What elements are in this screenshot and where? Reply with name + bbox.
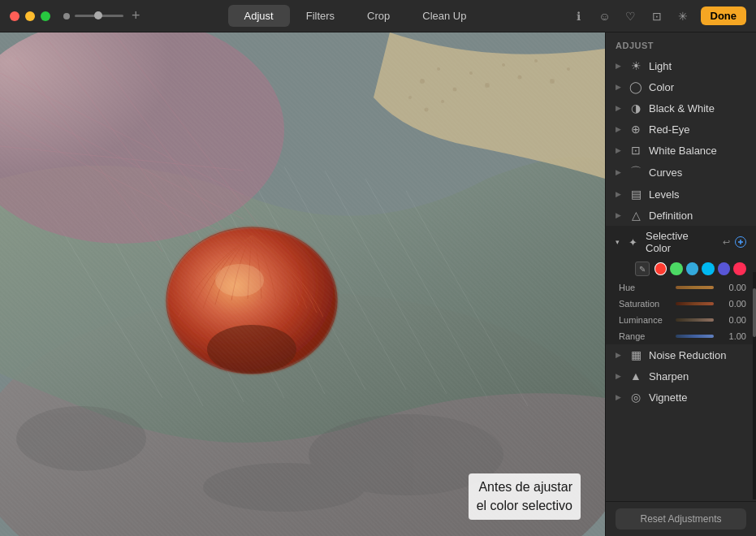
adjust-list: ▶ ☀ Light ▶ ◯ Color ▶ ◑ Black & White ▶ … <box>606 55 756 501</box>
sc-reset-icon[interactable]: ↩ <box>723 237 730 248</box>
hue-slider[interactable] <box>676 281 714 294</box>
definition-label: Definition <box>649 210 746 222</box>
luminance-bar <box>676 318 714 322</box>
sc-actions: ↩ <box>723 236 746 248</box>
curves-label: Curves <box>649 166 746 179</box>
texture-overlay <box>0 32 605 536</box>
saturation-label: Saturation <box>619 299 671 309</box>
annotation-line1: Antes de ajustar <box>478 480 572 494</box>
adjust-item-curves[interactable]: ▶ ⌒ Curves <box>606 161 756 184</box>
selective-color-label: Selective Color <box>646 230 716 254</box>
adjust-item-color[interactable]: ▶ ◯ Color <box>606 76 756 97</box>
adjust-item-noise[interactable]: ▶ ▦ Noise Reduction <box>606 344 756 365</box>
color-swatch-green[interactable] <box>670 262 683 275</box>
range-label: Range <box>619 331 671 341</box>
window-controls <box>0 11 50 21</box>
saturation-value: 0.00 <box>719 299 746 309</box>
plus-icon <box>737 239 744 245</box>
luminance-label: Luminance <box>619 315 671 325</box>
sc-add-button[interactable] <box>735 236 746 248</box>
adjust-item-vignette[interactable]: ▶ ◎ Vignette <box>606 387 756 408</box>
saturation-slider-row: Saturation 0.00 <box>606 296 756 312</box>
bw-icon: ◑ <box>629 102 642 115</box>
adjust-item-sharpen[interactable]: ▶ ▲ Sharpen <box>606 365 756 387</box>
color-swatch-pink[interactable] <box>733 262 746 275</box>
chevron-icon: ▶ <box>616 393 621 401</box>
brightness-track[interactable] <box>75 15 123 17</box>
annotation-text: Antes de ajustar el color selectivo <box>469 473 581 520</box>
more-icon[interactable]: ✳ <box>675 10 691 23</box>
color-swatch-red[interactable] <box>654 262 667 275</box>
panel-scroll-thumb[interactable] <box>753 288 756 337</box>
maximize-button[interactable] <box>41 11 50 21</box>
range-bar <box>676 335 714 338</box>
chevron-icon: ▶ <box>616 168 621 176</box>
info-icon[interactable]: ℹ <box>571 10 587 23</box>
color-swatch-blue[interactable] <box>702 262 715 275</box>
hue-value: 0.00 <box>719 283 746 292</box>
noise-icon: ▦ <box>629 348 642 361</box>
luminance-slider[interactable] <box>676 313 714 326</box>
panel-scrollbar[interactable] <box>753 272 756 499</box>
adjust-item-levels[interactable]: ▶ ▤ Levels <box>606 184 756 205</box>
share-icon[interactable]: ⊡ <box>649 10 665 23</box>
chevron-icon: ▶ <box>616 62 621 70</box>
bw-label: Black & White <box>649 102 746 115</box>
titlebar: + Adjust Filters Crop Clean Up ℹ ☺ ♡ ⊡ ✳… <box>0 0 756 32</box>
tab-adjust[interactable]: Adjust <box>228 5 290 27</box>
color-swatch-teal[interactable] <box>686 262 699 275</box>
adjust-item-bw[interactable]: ▶ ◑ Black & White <box>606 97 756 119</box>
levels-icon: ▤ <box>629 188 642 201</box>
adjust-item-selective-color[interactable]: ▾ ✦ Selective Color ↩ <box>606 226 756 258</box>
emoji-icon[interactable]: ☺ <box>597 10 613 23</box>
vignette-icon: ◎ <box>629 391 642 404</box>
photo-area: Antes de ajustar el color selectivo <box>0 32 605 536</box>
tab-filters[interactable]: Filters <box>290 5 351 27</box>
noise-label: Noise Reduction <box>649 349 746 361</box>
luminance-slider-row: Luminance 0.00 <box>606 312 756 328</box>
chevron-icon: ▶ <box>616 372 621 380</box>
minimize-button[interactable] <box>25 11 35 21</box>
annotation-line2: el color selectivo <box>477 499 572 512</box>
chevron-icon: ▶ <box>616 83 621 91</box>
reset-adjustments-button[interactable]: Reset Adjustments <box>616 508 746 530</box>
adjust-item-light[interactable]: ▶ ☀ Light <box>606 55 756 76</box>
light-label: Light <box>649 60 746 72</box>
color-swatch-indigo[interactable] <box>718 262 731 275</box>
wb-icon: ⊡ <box>629 144 642 157</box>
definition-icon: △ <box>629 209 642 222</box>
wb-label: White Balance <box>649 145 746 157</box>
add-button[interactable]: + <box>132 7 140 24</box>
redeye-label: Red-Eye <box>649 123 746 136</box>
heart-icon[interactable]: ♡ <box>623 10 639 23</box>
tab-cleanup[interactable]: Clean Up <box>406 5 482 27</box>
hue-bar <box>676 286 714 289</box>
chevron-icon: ▶ <box>616 190 621 198</box>
color-icon: ◯ <box>629 80 642 93</box>
main-area: Antes de ajustar el color selectivo ADJU… <box>0 32 756 536</box>
brightness-thumb[interactable] <box>94 11 102 19</box>
photo-background <box>0 32 605 536</box>
slider-min-icon <box>63 13 70 19</box>
saturation-slider[interactable] <box>676 297 714 310</box>
chevron-icon: ▶ <box>616 104 621 112</box>
adjust-item-wb[interactable]: ▶ ⊡ White Balance <box>606 140 756 161</box>
adjust-item-redeye[interactable]: ▶ ⊕ Red-Eye <box>606 119 756 140</box>
hue-label: Hue <box>619 283 671 292</box>
sharpen-label: Sharpen <box>649 370 746 383</box>
close-button[interactable] <box>10 11 19 21</box>
adjust-item-definition[interactable]: ▶ △ Definition <box>606 205 756 226</box>
sharpen-icon: ▲ <box>629 370 642 383</box>
color-label: Color <box>649 81 746 93</box>
curves-icon: ⌒ <box>629 165 642 179</box>
light-icon: ☀ <box>629 59 642 72</box>
right-panel: ADJUST ▶ ☀ Light ▶ ◯ Color ▶ ◑ Black & W… <box>605 32 756 536</box>
eyedropper-button[interactable]: ✎ <box>635 262 650 276</box>
chevron-icon: ▶ <box>616 211 621 219</box>
range-slider[interactable] <box>676 330 714 343</box>
done-button[interactable]: Done <box>701 6 747 25</box>
nav-tabs: Adjust Filters Crop Clean Up <box>140 5 571 27</box>
tab-crop[interactable]: Crop <box>351 5 406 27</box>
saturation-bar <box>676 302 714 305</box>
color-picker-row: ✎ <box>606 258 756 279</box>
